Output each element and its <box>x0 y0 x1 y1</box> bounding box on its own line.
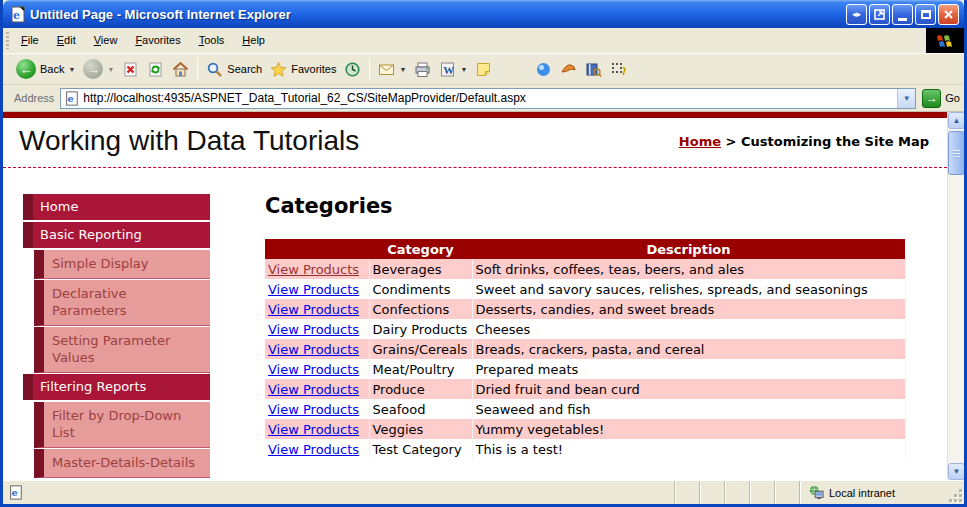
research-button[interactable] <box>581 59 606 80</box>
view-products-link[interactable]: View Products <box>268 342 359 357</box>
history-button[interactable] <box>340 59 365 80</box>
stop-button[interactable] <box>118 59 143 80</box>
status-page-icon: e <box>8 485 23 500</box>
print-button[interactable] <box>410 59 435 80</box>
table-row: View Products Grains/Cereals Breads, cra… <box>265 339 905 359</box>
vertical-scrollbar[interactable]: ▲ ▼ <box>947 112 964 480</box>
toolbar-separator <box>369 58 370 80</box>
address-field[interactable]: e http://localhost:4935/ASPNET_Data_Tuto… <box>60 88 916 109</box>
svg-text:W: W <box>444 63 455 75</box>
status-pane <box>724 481 749 504</box>
search-icon <box>206 61 223 78</box>
menu-bar: File Edit View Favorites Tools Help <box>3 28 964 54</box>
view-products-link[interactable]: View Products <box>268 422 359 437</box>
category-cell: Condiments <box>369 279 472 299</box>
go-label: Go <box>945 92 960 104</box>
rebar-grip[interactable] <box>6 32 9 49</box>
home-button[interactable] <box>168 59 193 80</box>
resize-grip[interactable] <box>949 481 964 504</box>
menu-edit[interactable]: Edit <box>48 28 85 53</box>
back-button[interactable]: ← Back ▼ <box>12 57 79 81</box>
edit-with-word-button[interactable]: W ▼ <box>435 59 471 80</box>
search-button[interactable]: Search <box>202 59 266 80</box>
sidebar-item-declarative-parameters[interactable]: Declarative Parameters <box>34 280 210 326</box>
close-icon <box>943 9 954 20</box>
address-dropdown-button[interactable]: ▼ <box>897 89 915 108</box>
category-cell: Veggies <box>369 419 472 439</box>
sidebar-item-basic-reporting[interactable]: Basic Reporting <box>23 222 210 248</box>
maximize-button[interactable] <box>915 4 936 25</box>
sidebar-item-simple-display[interactable]: Simple Display <box>34 250 210 279</box>
sticky-note-icon <box>475 61 492 78</box>
url-text[interactable]: http://localhost:4935/ASPNET_Data_Tutori… <box>83 91 897 105</box>
edit-dropdown-icon[interactable]: ▼ <box>460 66 467 73</box>
category-cell: Produce <box>369 379 472 399</box>
history-icon <box>344 61 361 78</box>
menu-view[interactable]: View <box>85 28 127 53</box>
page-favicon: e <box>64 91 79 106</box>
svg-text:e: e <box>12 487 18 498</box>
notes-button[interactable] <box>471 59 496 80</box>
back-dropdown-icon[interactable]: ▼ <box>68 66 75 73</box>
close-button[interactable] <box>938 4 959 25</box>
column-header-description: Description <box>472 239 905 259</box>
description-cell: This is a test! <box>472 439 905 459</box>
title-bar[interactable]: e Untitled Page - Microsoft Internet Exp… <box>3 0 964 28</box>
mail-button[interactable]: ▼ <box>374 59 410 80</box>
address-label: Address <box>14 92 54 104</box>
browser-viewport: Working with Data Tutorials Home > Custo… <box>3 112 964 480</box>
windows-flag-icon <box>935 31 955 51</box>
forward-button[interactable]: → ▼ <box>79 57 118 81</box>
status-bar: e Local intranet <box>3 480 964 504</box>
view-products-link[interactable]: View Products <box>268 442 359 457</box>
category-cell: Beverages <box>369 259 472 279</box>
menu-help[interactable]: Help <box>233 28 274 53</box>
address-bar: Address e http://localhost:4935/ASPNET_D… <box>3 85 964 112</box>
refresh-button[interactable] <box>143 59 168 80</box>
minimize-button[interactable] <box>892 4 913 25</box>
back-label: Back <box>40 63 64 75</box>
description-cell: Desserts, candies, and sweet breads <box>472 299 905 319</box>
status-pane <box>699 481 724 504</box>
quick-encode-button[interactable] <box>606 59 631 80</box>
sidebar-item-home[interactable]: Home <box>23 194 210 220</box>
view-products-link[interactable]: View Products <box>268 282 359 297</box>
messenger-button[interactable] <box>531 59 556 80</box>
scrollbar-thumb[interactable] <box>948 131 964 175</box>
go-button[interactable]: → Go <box>922 89 960 108</box>
view-products-link[interactable]: View Products <box>268 302 359 317</box>
scroll-up-button[interactable]: ▲ <box>948 112 964 129</box>
table-row: View Products Veggies Yummy vegetables! <box>265 419 905 439</box>
forward-dropdown-icon: ▼ <box>107 66 114 73</box>
favorites-label: Favorites <box>291 63 336 75</box>
view-products-link[interactable]: View Products <box>268 262 359 277</box>
sidebar-item-master-details-details[interactable]: Master-Details-Details <box>34 449 210 478</box>
windows-logo-throbber <box>926 28 964 53</box>
menu-favorites[interactable]: Favorites <box>126 28 189 53</box>
table-row: View Products Condiments Sweet and savor… <box>265 279 905 299</box>
addon-button[interactable] <box>556 59 581 80</box>
status-pane <box>749 481 774 504</box>
pane-split-button[interactable]: ◂▸ <box>846 4 867 25</box>
view-products-link[interactable]: View Products <box>268 402 359 417</box>
view-products-link[interactable]: View Products <box>268 322 359 337</box>
breadcrumb-home-link[interactable]: Home <box>679 134 721 149</box>
view-products-link[interactable]: View Products <box>268 382 359 397</box>
status-pane <box>674 481 699 504</box>
view-products-link[interactable]: View Products <box>268 362 359 377</box>
sidebar-item-setting-parameter-values[interactable]: Setting Parameter Values <box>34 327 210 373</box>
pop-out-button[interactable] <box>869 4 890 25</box>
mail-dropdown-icon[interactable]: ▼ <box>399 66 406 73</box>
standard-toolbar: ← Back ▼ → ▼ Search Favorites <box>3 54 964 85</box>
svg-text:e: e <box>68 93 74 104</box>
scroll-down-button[interactable]: ▼ <box>948 463 964 480</box>
favorites-button[interactable]: Favorites <box>266 59 340 80</box>
description-cell: Soft drinks, coffees, teas, beers, and a… <box>472 259 905 279</box>
menu-tools[interactable]: Tools <box>190 28 234 53</box>
forward-icon: → <box>83 59 103 79</box>
table-row: View Products Meat/Poultry Prepared meat… <box>265 359 905 379</box>
sidebar-item-filter-by-dropdown-list[interactable]: Filter by Drop-Down List <box>34 402 210 448</box>
sidebar-item-filtering-reports[interactable]: Filtering Reports <box>23 374 210 400</box>
minimize-icon <box>898 18 907 21</box>
menu-file[interactable]: File <box>12 28 48 53</box>
